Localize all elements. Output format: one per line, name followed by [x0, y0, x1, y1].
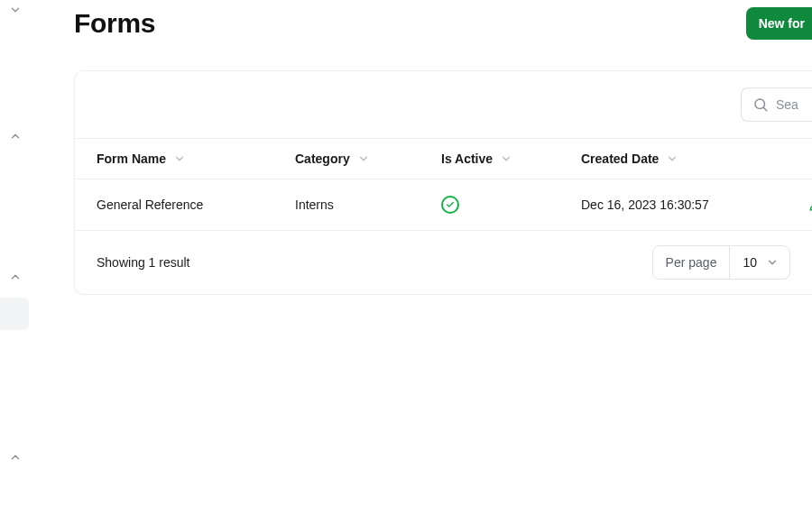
column-header-label: Created Date [581, 152, 659, 166]
per-page-select[interactable]: 10 [730, 246, 789, 279]
chevron-up-icon[interactable] [9, 451, 22, 464]
chevron-down-icon [766, 256, 779, 269]
sidebar-active-marker [0, 298, 29, 330]
new-form-button[interactable]: New for [746, 7, 812, 40]
chevron-down-icon[interactable] [9, 4, 22, 16]
column-header-name[interactable]: Form Name [97, 152, 295, 166]
svg-point-0 [755, 99, 765, 109]
cell-category: Interns [295, 197, 441, 212]
cell-created: Dec 16, 2023 16:30:57 [581, 197, 808, 212]
forms-card: Form Name Category Is Active Created Dat… [74, 70, 812, 295]
per-page-value: 10 [743, 255, 757, 270]
column-header-active[interactable]: Is Active [441, 152, 581, 166]
search-icon [752, 96, 769, 113]
cell-actions [808, 197, 812, 213]
sidebar-rail [0, 0, 29, 505]
edit-icon[interactable] [808, 197, 812, 213]
chevron-down-icon [666, 152, 678, 165]
table-header: Form Name Category Is Active Created Dat… [75, 138, 812, 179]
chevron-up-icon[interactable] [9, 271, 22, 283]
svg-line-1 [763, 107, 766, 110]
chevron-down-icon [173, 152, 186, 165]
search-box[interactable] [741, 87, 812, 122]
search-input[interactable] [776, 97, 803, 112]
table-row: General Reference Interns Dec 16, 2023 1… [75, 179, 812, 231]
result-count: Showing 1 result [97, 255, 190, 270]
column-header-label: Category [295, 152, 350, 166]
column-header-label: Is Active [441, 152, 493, 166]
page-header: Forms New for [74, 7, 812, 40]
table-footer: Showing 1 result Per page 10 [75, 231, 812, 294]
column-header-label: Form Name [97, 152, 166, 166]
cell-name: General Reference [97, 197, 295, 212]
chevron-down-icon [500, 152, 512, 165]
main-content: Forms New for Form Name Category [74, 7, 812, 295]
search-row [75, 71, 812, 138]
per-page-control: Per page 10 [652, 245, 790, 280]
check-circle-icon [441, 196, 459, 214]
chevron-up-icon[interactable] [9, 130, 22, 142]
cell-active [441, 196, 581, 214]
chevron-down-icon [357, 152, 370, 165]
per-page-label: Per page [653, 246, 731, 279]
column-header-category[interactable]: Category [295, 152, 441, 166]
column-header-created[interactable]: Created Date [581, 152, 808, 166]
page-title: Forms [74, 8, 155, 39]
